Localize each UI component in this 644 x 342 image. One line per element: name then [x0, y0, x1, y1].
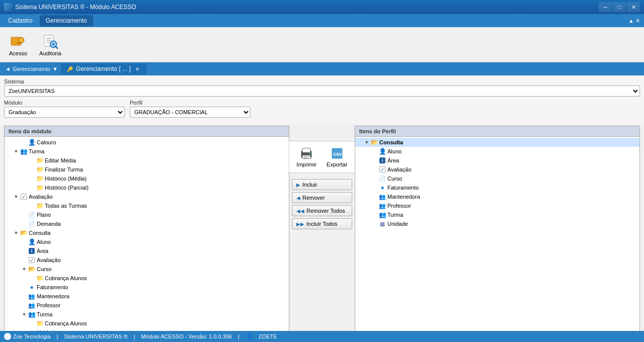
tree-item-calouro[interactable]: 👤 Calouro — [5, 138, 289, 147]
label-cursoR: Curso — [386, 176, 402, 182]
expand-todasTurmas[interactable] — [29, 202, 36, 209]
expand-historicoParcial[interactable] — [29, 184, 36, 191]
tree-item-avaliacaoR[interactable]: ✓ Avaliação — [355, 165, 639, 174]
tree-item-mantenedoraR[interactable]: 👥 Mantenedora — [355, 192, 639, 201]
auditoria-button[interactable]: Auditoria — [34, 31, 66, 58]
perfil-select[interactable]: GRADUAÇÃO - COMERCIAL — [130, 107, 251, 118]
expand-calouro[interactable] — [21, 139, 28, 146]
tree-item-todasTurmas[interactable]: 📁 Todas as Turmas — [5, 201, 289, 210]
icon-mantenedora: 👥 — [28, 293, 36, 300]
left-panel-body: 👤 Calouro ▼ 👥 Turma 📁 Editar Média — [5, 137, 289, 339]
tree-item-cobrancaAlunos[interactable]: 📁 Cobrança Alunos — [5, 274, 289, 283]
tree-item-cursoR[interactable]: 📄 Curso — [355, 174, 639, 183]
maximize-button[interactable]: □ — [613, 2, 626, 12]
label-avaliacao: Avaliação — [28, 194, 53, 200]
expand-professor[interactable] — [21, 302, 28, 309]
tree-item-avaliacaoSub[interactable]: ✓ Avaliação — [5, 255, 289, 265]
expand-area[interactable] — [21, 247, 28, 254]
exportar-button[interactable]: csv Exportar — [323, 144, 352, 169]
tree-item-aluno[interactable]: 👤 Aluno — [5, 237, 289, 246]
tree-item-faturamentoR[interactable]: ● Faturamento — [355, 183, 639, 192]
expand-consultaR[interactable]: ▼ — [363, 139, 370, 146]
expand-historicoMedia[interactable] — [29, 175, 36, 182]
expand-plano[interactable] — [21, 211, 28, 218]
tree-item-professor[interactable]: 👥 Professor — [5, 301, 289, 310]
expand-cobrancaAlunos2[interactable] — [29, 320, 36, 327]
menu-item-cadastro[interactable]: Cadastro — [2, 15, 39, 26]
expand-avaliacao[interactable]: ▼ — [13, 193, 20, 200]
tree-item-alunoR[interactable]: 👤 Aluno — [355, 147, 639, 156]
tree-item-turma[interactable]: ▼ 👥 Turma — [5, 147, 289, 156]
icon-historicoParcial: 📁 — [36, 184, 44, 191]
icon-avaliacaoSub: ✓ — [28, 256, 36, 264]
expand-turmaR[interactable] — [371, 211, 378, 218]
print-icon — [299, 146, 313, 160]
tree-item-editarMedia[interactable]: 📁 Editar Média — [5, 156, 289, 165]
expand-consulta[interactable]: ▼ — [13, 229, 20, 236]
tree-item-demanda[interactable]: 📄 Demanda — [5, 219, 289, 228]
close-button[interactable]: ✕ — [627, 2, 640, 12]
modulo-select[interactable]: Graduação — [4, 107, 125, 118]
expand-unidadeR[interactable] — [371, 220, 378, 227]
expand-faturamentoR[interactable] — [371, 184, 378, 191]
acesso-button[interactable]: Acesso — [4, 31, 32, 58]
icon-alunoR: 👤 — [378, 148, 386, 155]
icon-curso: 📂 — [28, 266, 36, 273]
icon-plano: 📄 — [28, 211, 36, 218]
imprimir-button[interactable]: Imprimir — [292, 144, 320, 169]
tree-item-finalizarTurma[interactable]: 📁 Finalizar Turma — [5, 165, 289, 174]
expand-avaliacaoSub[interactable] — [21, 256, 28, 264]
expand-finalizarTurma[interactable] — [29, 166, 36, 173]
middle-actions: Imprimir csv Exportar ▶ Incluir ◀ Remove… — [289, 126, 355, 340]
expand-cursoR[interactable] — [371, 175, 378, 182]
tree-item-consulta[interactable]: ▼ 📂 Consulta — [5, 228, 289, 237]
icon-avaliacaoR: ✓ — [378, 166, 386, 173]
minimize-button[interactable]: ─ — [599, 2, 612, 12]
tree-item-historicoMedia[interactable]: 📁 Histórico (Média) — [5, 174, 289, 183]
expand-avaliacaoR[interactable] — [371, 166, 378, 173]
sistema-select[interactable]: ZoeUNIVERSITAS — [4, 86, 640, 97]
menu-extra: ▲ ✕ — [628, 18, 642, 24]
tree-item-turmaR[interactable]: 👥 Turma — [355, 210, 639, 219]
tree-item-turmaSub[interactable]: ▼ 👥 Turma — [5, 310, 289, 319]
expand-cobrancaAlunos[interactable] — [29, 275, 36, 282]
tree-item-faturamento[interactable]: ● Faturamento — [5, 283, 289, 292]
tree-item-cobrancaAlunos2[interactable]: 📁 Cobrança Alunos — [5, 319, 289, 328]
svg-rect-12 — [302, 148, 310, 153]
tree-item-avaliacao[interactable]: ▼ ✓ Avaliação — [5, 192, 289, 201]
expand-aluno[interactable] — [21, 238, 28, 245]
tree-item-mantenedora[interactable]: 👥 Mantenedora — [5, 292, 289, 301]
expand-professorR[interactable] — [371, 202, 378, 209]
expand-areaR[interactable] — [371, 157, 378, 164]
incluir-button[interactable]: ▶ Incluir — [292, 179, 352, 190]
tab-close-button[interactable]: ✕ — [134, 66, 141, 72]
expand-demanda[interactable] — [21, 220, 28, 227]
label-calouro: Calouro — [36, 139, 56, 145]
expand-mantenedora[interactable] — [21, 293, 28, 300]
expand-curso[interactable]: ▼ — [21, 266, 28, 273]
tab-gerenciamento[interactable]: 🔑 Gerenciamento [ ... ] ✕ — [61, 63, 147, 74]
expand-faturamento[interactable] — [21, 284, 28, 291]
remover-todos-button[interactable]: ◀◀ Remover Todos — [292, 205, 352, 216]
tree-item-consultaR[interactable]: ▼ 📂 Consulta — [355, 138, 639, 147]
tree-item-unidadeR[interactable]: ▦ Unidade — [355, 219, 639, 228]
tree-item-areaR[interactable]: i Área — [355, 156, 639, 165]
expand-alunoR[interactable] — [371, 148, 378, 155]
expand-mantenedoraR[interactable] — [371, 193, 378, 200]
expand-turmaSub[interactable]: ▼ — [21, 311, 28, 318]
tree-item-professorR[interactable]: 👥 Professor — [355, 201, 639, 210]
remover-button[interactable]: ◀ Remover — [292, 192, 352, 203]
tab-icon: 🔑 — [67, 66, 73, 72]
svg-rect-14 — [304, 156, 309, 157]
tree-item-plano[interactable]: 📄 Plano — [5, 210, 289, 219]
imprimir-label: Imprimir — [296, 161, 316, 167]
icon-unidadeR: ▦ — [378, 220, 386, 227]
expand-turma[interactable]: ▼ — [13, 148, 20, 155]
menu-item-gerenciamento[interactable]: Gerenciamento — [40, 15, 93, 26]
tree-item-curso[interactable]: ▼ 📂 Curso — [5, 265, 289, 274]
tree-item-historicoParcial[interactable]: 📁 Histórico (Parcial) — [5, 183, 289, 192]
incluir-todos-button[interactable]: ▶▶ Incluir Todos — [292, 218, 352, 229]
main-area: Sistema ZoeUNIVERSITAS Módulo Graduação … — [0, 75, 644, 342]
expand-editarMedia[interactable] — [29, 157, 36, 164]
tree-item-area[interactable]: i Área — [5, 246, 289, 255]
